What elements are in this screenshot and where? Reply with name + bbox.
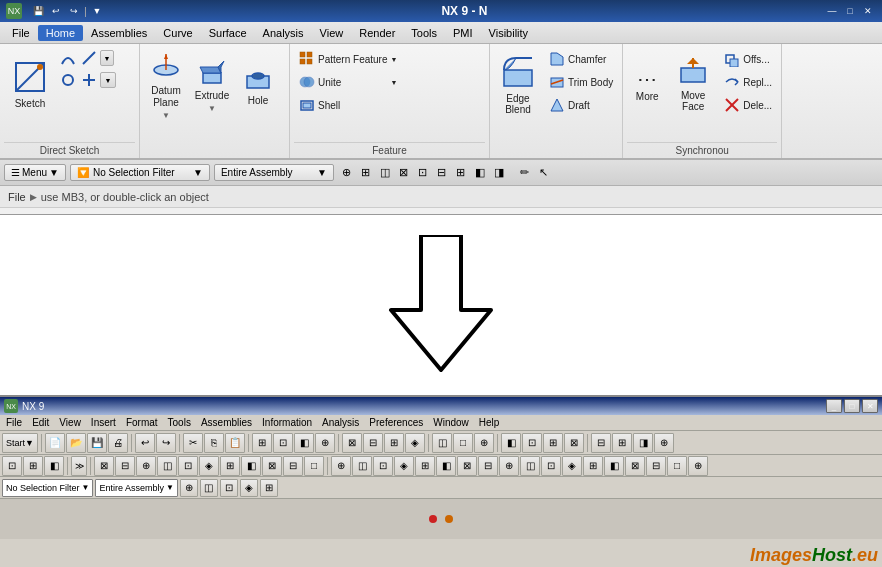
bt-btn21[interactable]: ⊞ xyxy=(612,433,632,453)
menu-surface[interactable]: Surface xyxy=(201,25,255,41)
bt-btn16[interactable]: ◧ xyxy=(501,433,521,453)
bt-btn10[interactable]: ⊟ xyxy=(363,433,383,453)
bt2-btn31[interactable]: ⊟ xyxy=(646,456,666,476)
bt-btn6[interactable]: ⊡ xyxy=(273,433,293,453)
bt2-btn10[interactable]: ◈ xyxy=(199,456,219,476)
bottom-menu-tools[interactable]: Tools xyxy=(164,416,195,429)
bt-redo-btn[interactable]: ↪ xyxy=(156,433,176,453)
assembly-dropdown[interactable]: Entire Assembly ▼ xyxy=(214,164,334,181)
bt2-btn4[interactable]: ≫ xyxy=(71,456,87,476)
bt2-btn18[interactable]: ⊡ xyxy=(373,456,393,476)
bottom-menu-view[interactable]: View xyxy=(55,416,85,429)
hole-button[interactable]: Hole xyxy=(236,46,280,122)
menu-dropdown-button[interactable]: ☰ Menu ▼ xyxy=(4,164,66,181)
sel-icon8[interactable]: ◧ xyxy=(471,164,489,182)
bottom-menu-format[interactable]: Format xyxy=(122,416,162,429)
scroll-right-btn[interactable]: ▼ xyxy=(100,72,116,88)
close-btn[interactable]: ✕ xyxy=(860,3,876,19)
menu-render[interactable]: Render xyxy=(351,25,403,41)
bottom-minimize-btn[interactable]: _ xyxy=(826,399,842,413)
replace-button[interactable]: Repl... xyxy=(719,71,777,93)
bt-btn20[interactable]: ⊟ xyxy=(591,433,611,453)
bt2-btn12[interactable]: ◧ xyxy=(241,456,261,476)
bt-btn15[interactable]: ⊕ xyxy=(474,433,494,453)
more-button[interactable]: ⋯ More xyxy=(627,46,667,122)
menu-file[interactable]: File xyxy=(4,25,38,41)
bt-btn19[interactable]: ⊠ xyxy=(564,433,584,453)
bottom-sel-icon2[interactable]: ◫ xyxy=(200,479,218,497)
bottom-menu-insert[interactable]: Insert xyxy=(87,416,120,429)
bt-cut-btn[interactable]: ✂ xyxy=(183,433,203,453)
bt-btn11[interactable]: ⊞ xyxy=(384,433,404,453)
menu-tools[interactable]: Tools xyxy=(403,25,445,41)
bottom-sel-filter[interactable]: No Selection Filter ▼ xyxy=(2,479,93,497)
bt2-btn16[interactable]: ⊕ xyxy=(331,456,351,476)
bt2-btn26[interactable]: ⊡ xyxy=(541,456,561,476)
file-label[interactable]: File xyxy=(8,191,26,203)
bt2-btn20[interactable]: ⊞ xyxy=(415,456,435,476)
sketch-button[interactable]: Sketch xyxy=(4,46,56,122)
sel-icon9[interactable]: ◨ xyxy=(490,164,508,182)
pattern-feature-button[interactable]: Pattern Feature ▼ xyxy=(294,48,402,70)
bt2-btn23[interactable]: ⊟ xyxy=(478,456,498,476)
menu-assemblies[interactable]: Assemblies xyxy=(83,25,155,41)
bt2-btn7[interactable]: ⊕ xyxy=(136,456,156,476)
bottom-close-btn[interactable]: ✕ xyxy=(862,399,878,413)
bt2-btn32[interactable]: □ xyxy=(667,456,687,476)
bt-btn17[interactable]: ⊡ xyxy=(522,433,542,453)
bt2-btn19[interactable]: ◈ xyxy=(394,456,414,476)
datum-plane-button[interactable]: DatumPlane ▼ xyxy=(144,46,188,125)
sel-icon6[interactable]: ⊟ xyxy=(433,164,451,182)
bt2-btn8[interactable]: ◫ xyxy=(157,456,177,476)
bt-open-btn[interactable]: 📂 xyxy=(66,433,86,453)
bt-btn23[interactable]: ⊕ xyxy=(654,433,674,453)
menu-curve[interactable]: Curve xyxy=(155,25,200,41)
delete-button[interactable]: Dele... xyxy=(719,94,777,116)
bottom-sel-icon1[interactable]: ⊕ xyxy=(180,479,198,497)
bt2-btn11[interactable]: ⊞ xyxy=(220,456,240,476)
minimize-btn[interactable]: — xyxy=(824,3,840,19)
bt-save-btn[interactable]: 💾 xyxy=(87,433,107,453)
selection-filter-dropdown[interactable]: 🔽 No Selection Filter ▼ xyxy=(70,164,210,181)
bottom-menu-assemblies[interactable]: Assemblies xyxy=(197,416,256,429)
bt2-btn9[interactable]: ⊡ xyxy=(178,456,198,476)
bottom-menu-preferences[interactable]: Preferences xyxy=(365,416,427,429)
bt2-btn17[interactable]: ◫ xyxy=(352,456,372,476)
bt2-btn22[interactable]: ⊠ xyxy=(457,456,477,476)
redo-quick-btn[interactable]: ↪ xyxy=(66,3,82,19)
bt2-btn28[interactable]: ⊞ xyxy=(583,456,603,476)
sel-icon3[interactable]: ◫ xyxy=(376,164,394,182)
bt2-btn5[interactable]: ⊠ xyxy=(94,456,114,476)
scroll-down-btn[interactable]: ▼ xyxy=(100,50,114,66)
bt-btn14[interactable]: □ xyxy=(453,433,473,453)
bt-start-btn[interactable]: Start▼ xyxy=(2,433,38,453)
bt-btn13[interactable]: ◫ xyxy=(432,433,452,453)
bt2-btn25[interactable]: ◫ xyxy=(520,456,540,476)
extrude-button[interactable]: Extrude ▼ xyxy=(190,46,234,122)
save-quick-btn[interactable]: 💾 xyxy=(30,3,46,19)
bt-btn5[interactable]: ⊞ xyxy=(252,433,272,453)
bt-undo-btn[interactable]: ↩ xyxy=(135,433,155,453)
menu-analysis[interactable]: Analysis xyxy=(255,25,312,41)
bt2-btn33[interactable]: ⊕ xyxy=(688,456,708,476)
bt2-btn24[interactable]: ⊕ xyxy=(499,456,519,476)
bt-btn7[interactable]: ◧ xyxy=(294,433,314,453)
bottom-restore-btn[interactable]: □ xyxy=(844,399,860,413)
bt2-btn21[interactable]: ◧ xyxy=(436,456,456,476)
bottom-menu-edit[interactable]: Edit xyxy=(28,416,53,429)
chamfer-button[interactable]: Chamfer xyxy=(544,48,618,70)
draft-button[interactable]: Draft xyxy=(544,94,618,116)
bt2-btn13[interactable]: ⊠ xyxy=(262,456,282,476)
sel-icon5[interactable]: ⊡ xyxy=(414,164,432,182)
bottom-menu-help[interactable]: Help xyxy=(475,416,504,429)
bt2-btn6[interactable]: ⊟ xyxy=(115,456,135,476)
bottom-menu-window[interactable]: Window xyxy=(429,416,473,429)
bottom-assembly-dropdown[interactable]: Entire Assembly ▼ xyxy=(95,479,177,497)
bt-print-btn[interactable]: 🖨 xyxy=(108,433,128,453)
bt-new-btn[interactable]: 📄 xyxy=(45,433,65,453)
bt2-btn15[interactable]: □ xyxy=(304,456,324,476)
bt-btn22[interactable]: ◨ xyxy=(633,433,653,453)
bt2-btn14[interactable]: ⊟ xyxy=(283,456,303,476)
arc-icon[interactable] xyxy=(58,48,78,68)
qa-extra-btn[interactable]: ▼ xyxy=(89,3,105,19)
